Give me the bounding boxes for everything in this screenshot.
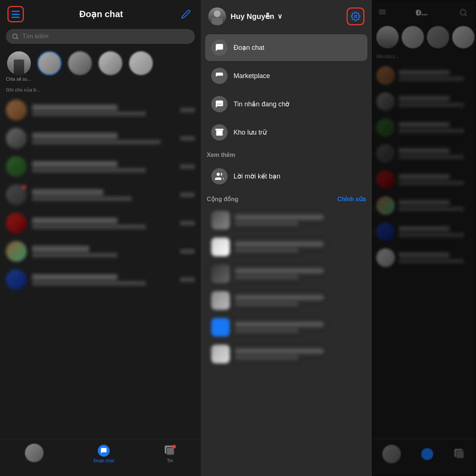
- story-avatar: [7, 51, 31, 75]
- chat-info: [32, 189, 175, 201]
- right-panel: Đ... Ghi chú c...: [372, 0, 476, 476]
- right-chat-item: [372, 167, 476, 193]
- store-icon: [215, 71, 224, 81]
- tin-tab-icon: [164, 445, 176, 457]
- community-subtitle: [235, 275, 298, 279]
- chat-item[interactable]: [0, 96, 201, 124]
- menu-item-friend-requests[interactable]: Lời mời kết bạn: [205, 163, 367, 190]
- community-avatar: [211, 291, 230, 310]
- right-chat-info: [399, 122, 472, 133]
- menu-item-doan-chat[interactable]: Đoạn chat: [205, 34, 367, 61]
- right-tab-tin-icon: [454, 448, 466, 460]
- chat-list: [0, 96, 201, 476]
- menu-item-marketplace[interactable]: Marketplace: [205, 62, 367, 89]
- dropdown-header: Huy Nguyễn ∨: [201, 0, 372, 31]
- right-chat-info: [399, 252, 472, 263]
- marketplace-icon-bg: [211, 68, 228, 84]
- menu-button[interactable]: [7, 6, 24, 22]
- right-chat-info: [399, 174, 472, 185]
- right-chat-name: [399, 122, 450, 127]
- community-item[interactable]: [205, 341, 367, 367]
- chat-info: [32, 161, 175, 173]
- community-avatar: [211, 318, 230, 337]
- right-chat-info: [399, 200, 472, 211]
- chat-preview: [32, 168, 146, 173]
- right-stories-row: [372, 23, 476, 53]
- chat-preview: [32, 281, 146, 286]
- svg-point-4: [221, 104, 221, 104]
- right-chat-item: [372, 219, 476, 245]
- chat-preview: [32, 112, 146, 116]
- story-item[interactable]: [97, 51, 123, 82]
- chat-item[interactable]: [0, 124, 201, 152]
- chat-info: [32, 218, 175, 229]
- community-info: [235, 241, 361, 253]
- chat-time: [180, 136, 195, 141]
- right-chat-avatar: [376, 222, 395, 241]
- right-chat-avatar: [376, 144, 395, 163]
- chat-name: [32, 274, 118, 280]
- right-chat-preview: [399, 103, 464, 107]
- friend-requests-label: Lời mời kết bạn: [234, 172, 280, 180]
- chat-item[interactable]: [0, 152, 201, 181]
- pending-icon-bg: [211, 96, 228, 112]
- chat-name: [32, 189, 103, 195]
- main-menu-section: Đoạn chat Marketplace Tin: [201, 31, 372, 150]
- right-chat-preview: [399, 129, 464, 133]
- right-chat-name: [399, 148, 450, 153]
- chat-avatar: [6, 213, 27, 234]
- community-edit-button[interactable]: Chỉnh sửa: [337, 196, 366, 203]
- compose-button[interactable]: [178, 7, 193, 22]
- right-chat-item: [372, 193, 476, 219]
- community-item[interactable]: [205, 314, 367, 340]
- right-chat-info: [399, 70, 472, 81]
- community-item[interactable]: [205, 207, 367, 233]
- community-avatar: [211, 345, 230, 363]
- note-label: Ghi chú của b...: [0, 86, 201, 96]
- right-chat-info: [399, 226, 472, 237]
- story-item[interactable]: [36, 51, 62, 82]
- right-chat-name: [399, 70, 450, 75]
- menu-item-archive[interactable]: Kho lưu trữ: [205, 119, 367, 146]
- story-item[interactable]: Chia sẻ suy nghĩ...: [6, 51, 32, 82]
- community-item[interactable]: [205, 261, 367, 287]
- search-bar[interactable]: [6, 29, 195, 44]
- settings-button[interactable]: [347, 7, 364, 25]
- story-item[interactable]: [67, 51, 93, 82]
- svg-rect-9: [379, 13, 386, 14]
- chat-info: [32, 274, 175, 286]
- community-info: [235, 322, 361, 333]
- menu-item-pending[interactable]: Tin nhắn đang chờ: [205, 91, 367, 118]
- friends-icon-bg: [211, 168, 228, 184]
- chat-item[interactable]: [0, 181, 201, 209]
- community-info: [235, 268, 361, 279]
- tab-tin[interactable]: Tin: [164, 445, 176, 463]
- chat-bubble-icon: [100, 447, 107, 454]
- community-subtitle: [235, 328, 298, 333]
- right-chat-list: [372, 62, 476, 476]
- svg-point-1: [354, 15, 357, 18]
- right-chat-avatar: [376, 248, 395, 267]
- chat-item[interactable]: [0, 209, 201, 237]
- chat-info: [32, 104, 175, 116]
- community-avatar: [211, 264, 230, 283]
- search-input[interactable]: [22, 33, 189, 40]
- right-search-button[interactable]: [457, 6, 470, 19]
- extra-menu-section: Lời mời kết bạn: [201, 160, 372, 194]
- chat-time: [180, 221, 195, 225]
- right-chat-name: [399, 252, 450, 257]
- chat-item[interactable]: [0, 237, 201, 266]
- chat-info: [32, 246, 175, 257]
- chat-time: [180, 193, 195, 197]
- tab-doan-chat[interactable]: Đoạn chat: [93, 445, 114, 463]
- community-item[interactable]: [205, 287, 367, 313]
- community-subtitle: [235, 221, 298, 226]
- user-info[interactable]: Huy Nguyễn ∨: [208, 7, 282, 25]
- story-item[interactable]: [128, 51, 154, 82]
- svg-point-3: [218, 104, 218, 104]
- community-item[interactable]: [205, 234, 367, 260]
- community-subtitle: [235, 302, 298, 306]
- chat-tab-icon: [98, 445, 110, 457]
- chat-item[interactable]: [0, 266, 201, 294]
- page-title: Đoạn chat: [79, 9, 123, 19]
